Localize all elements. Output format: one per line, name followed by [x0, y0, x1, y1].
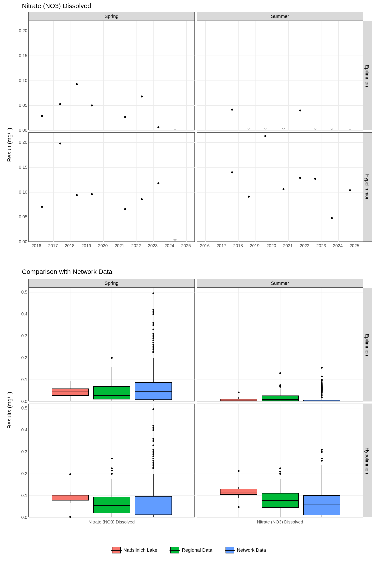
strip-col-spring-2: Spring: [28, 279, 195, 288]
chart2-ylabel: Results (mg/L): [6, 392, 13, 429]
outlier: [321, 367, 323, 369]
panel2-summer-hypo: [197, 404, 363, 517]
outlier: [321, 458, 323, 459]
y-tick: 0.3: [15, 333, 27, 338]
below-mdl-point: [330, 128, 333, 130]
strip-row-hypo-1: Hypolimnion: [363, 132, 372, 242]
outlier: [152, 462, 154, 464]
data-point: [59, 143, 61, 145]
outlier: [152, 342, 154, 343]
box-network-data: [135, 496, 172, 515]
data-point: [41, 206, 43, 208]
legend-item-regional: Regional Data: [170, 547, 212, 553]
x-tick: 2022: [300, 243, 310, 248]
y-tick: 0.10: [11, 78, 27, 83]
data-point: [141, 198, 143, 200]
x-tick: 2020: [266, 243, 276, 248]
outlier: [152, 324, 154, 326]
data-point: [157, 126, 159, 128]
outlier: [152, 350, 154, 352]
data-point: [349, 189, 351, 191]
data-point: [283, 188, 284, 190]
data-point: [41, 115, 43, 117]
outlier: [152, 455, 154, 457]
outlier: [152, 329, 154, 330]
box-regional-data: [262, 396, 299, 401]
y-tick: 0.20: [11, 140, 27, 145]
y-tick: 0.0: [15, 515, 27, 520]
x-tick: 2024: [164, 243, 174, 248]
y-tick: 0.1: [15, 493, 27, 498]
outlier: [321, 396, 323, 398]
outlier: [152, 339, 154, 341]
strip-col-spring-1: Spring: [28, 12, 195, 21]
data-point: [76, 83, 78, 85]
x-tick: 2021: [283, 243, 293, 248]
outlier: [321, 382, 323, 384]
y-tick: 0.4: [15, 311, 27, 317]
strip-row-epi-1: Epilimnion: [363, 21, 372, 130]
x-tick: 2023: [148, 243, 158, 248]
strip-col-summer-1: Summer: [197, 12, 363, 21]
panel-spring-epi: [28, 21, 195, 130]
outlier: [152, 348, 154, 350]
outlier: [238, 392, 240, 393]
data-point: [331, 217, 333, 219]
y-tick: 0.2: [15, 471, 27, 476]
outlier: [279, 384, 281, 386]
x-tick: 2019: [81, 243, 91, 248]
x-tick: 2022: [131, 243, 141, 248]
outlier: [321, 451, 323, 453]
legend: Nadsilnich Lake Regional Data Network Da…: [0, 547, 378, 553]
outlier: [152, 451, 154, 453]
x-tick: 2020: [98, 243, 108, 248]
outlier: [152, 408, 154, 410]
y-tick: 0.10: [11, 190, 27, 195]
data-point: [91, 105, 93, 107]
outlier: [152, 429, 154, 431]
y-tick: 0.3: [15, 449, 27, 454]
data-point: [124, 116, 126, 118]
outlier: [152, 335, 154, 337]
outlier: [152, 425, 154, 427]
y-tick: 0.4: [15, 428, 27, 432]
data-point: [314, 178, 316, 180]
x-tick: 2023: [316, 243, 326, 248]
y-tick: 0.5: [15, 290, 27, 295]
panel-spring-hypo: [28, 132, 195, 242]
outlier: [152, 293, 154, 294]
y-tick: 0.00: [11, 239, 27, 244]
outlier: [111, 473, 113, 475]
outlier: [321, 449, 323, 451]
below-mdl-point: [174, 128, 176, 130]
x-tick: 2017: [48, 243, 58, 248]
outlier: [69, 473, 71, 475]
strip-row-hypo-2: Hypolimnion: [363, 404, 372, 517]
outlier: [152, 440, 154, 442]
outlier: [321, 460, 323, 462]
y-tick: 0.5: [15, 406, 27, 411]
below-mdl-point: [282, 128, 285, 130]
y-tick: 0.05: [11, 214, 27, 219]
outlier: [152, 309, 154, 311]
outlier: [152, 453, 154, 455]
y-tick: 0.05: [11, 103, 27, 108]
outlier: [152, 460, 154, 462]
outlier: [152, 337, 154, 339]
x-tick: 2021: [115, 243, 124, 248]
outlier: [152, 458, 154, 459]
outlier: [111, 468, 113, 469]
panel-summer-epi: [197, 21, 363, 130]
outlier: [152, 322, 154, 324]
data-point: [76, 194, 78, 196]
outlier: [111, 458, 113, 459]
box-regional-data: [93, 497, 130, 513]
strip-col-summer-2: Summer: [197, 279, 363, 288]
data-point: [141, 96, 143, 98]
strip-row-epi-2: Epilimnion: [363, 288, 372, 401]
panel2-spring-epi: [28, 288, 195, 401]
x-tick: 2017: [216, 243, 226, 248]
x-tick: 2024: [333, 243, 343, 248]
y-tick: 0.2: [15, 355, 27, 360]
outlier: [238, 470, 240, 472]
